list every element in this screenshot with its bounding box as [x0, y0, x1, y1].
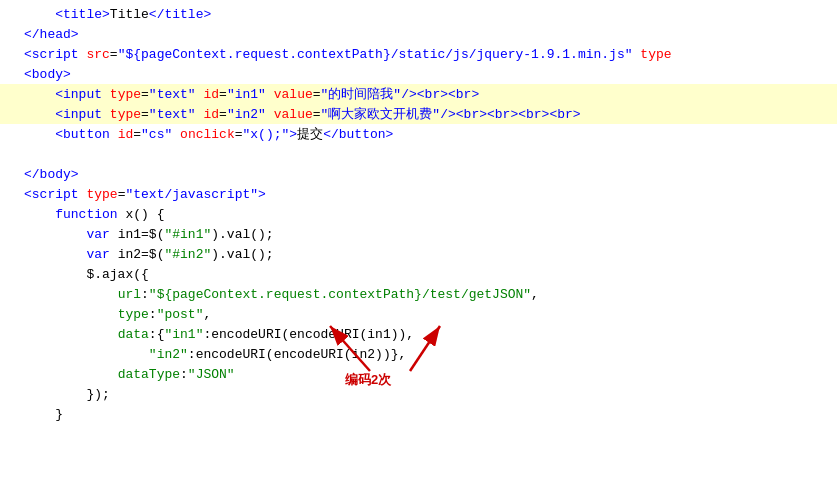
code-line: <script type="text/javascript"> [0, 184, 837, 204]
code-line: url:"${pageContext.request.contextPath}/… [0, 284, 837, 304]
code-line-highlighted: <input type="text" id="in1" value="的时间陪我… [0, 84, 837, 104]
code-line-highlighted: <input type="text" id="in2" value="啊大家欧文… [0, 104, 837, 124]
code-line: } [0, 404, 837, 424]
svg-line-2 [410, 326, 440, 371]
svg-line-1 [330, 326, 370, 371]
code-editor: <title>Title</title> </head> <script src… [0, 0, 837, 428]
code-line: </head> [0, 24, 837, 44]
annotation-text: 编码2次 [345, 371, 391, 389]
code-line: <button id="cs" onclick="x();">提交</butto… [0, 124, 837, 144]
code-line: var in2=$("#in2").val(); [0, 244, 837, 264]
code-line: </body> [0, 164, 837, 184]
code-line: <body> [0, 64, 837, 84]
code-line: $.ajax({ [0, 264, 837, 284]
code-line: <title>Title</title> [0, 4, 837, 24]
code-line [0, 144, 837, 164]
code-line: function x() { [0, 204, 837, 224]
code-line: <script src="${pageContext.request.conte… [0, 44, 837, 64]
annotation-container: 编码2次 [310, 316, 530, 400]
code-line: var in1=$("#in1").val(); [0, 224, 837, 244]
arrows-svg [310, 316, 530, 396]
